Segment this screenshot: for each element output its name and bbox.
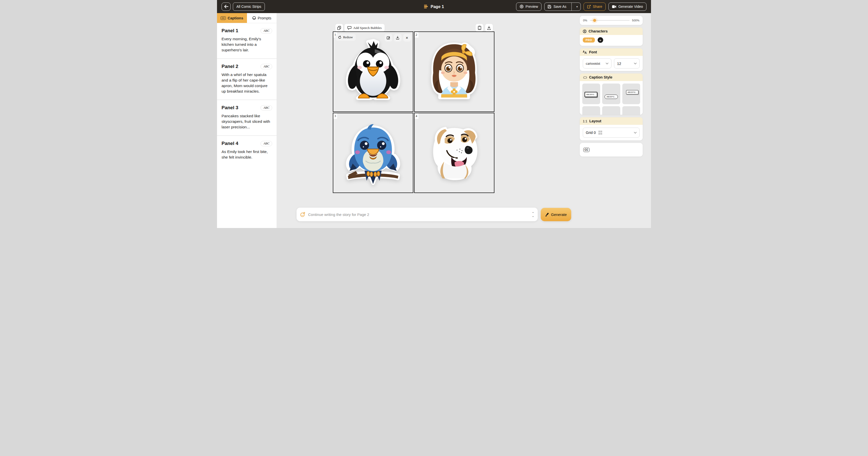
comic-panel-1[interactable]: 1 Redraw bbox=[333, 31, 413, 112]
share-button[interactable]: Share bbox=[584, 2, 606, 11]
chevron-down-icon bbox=[634, 132, 637, 134]
caption-style-title: Caption Style bbox=[589, 75, 613, 79]
chevron-down-icon[interactable]: ⌄ bbox=[532, 215, 534, 217]
caption-item-text[interactable]: Pancakes stacked like skyscrapers, fruit… bbox=[221, 113, 272, 130]
layout-title: Layout bbox=[589, 119, 601, 123]
bluebird-sticker[interactable] bbox=[341, 116, 405, 189]
panel-number: 4 bbox=[414, 113, 418, 119]
all-comic-strips-button[interactable]: All Comic Strips bbox=[233, 2, 265, 11]
caption-abc-badge[interactable]: ABC bbox=[260, 28, 272, 33]
girl-sticker[interactable] bbox=[421, 35, 487, 108]
download-panel-button[interactable] bbox=[394, 34, 402, 41]
caption-style-option-3[interactable]: ABCEFG... bbox=[622, 84, 640, 104]
caption-style-option-6[interactable] bbox=[622, 106, 640, 115]
font-aa-icon: A A bbox=[583, 50, 587, 54]
caption-item-text[interactable]: As Emily took her first bite, she felt i… bbox=[221, 149, 272, 160]
preview-label: Preview bbox=[526, 4, 538, 8]
font-family-select[interactable]: cartoonist bbox=[583, 58, 612, 68]
svg-text:A: A bbox=[585, 51, 587, 54]
zoom-min-label: 0% bbox=[583, 19, 587, 22]
zoom-slider-knob[interactable] bbox=[593, 19, 596, 22]
caption-style-sample: ABCEFG... bbox=[604, 95, 618, 99]
captions-sidebar: CC Captions Prompts Panel 1 ABC Every mo… bbox=[217, 13, 277, 228]
prompts-icon bbox=[252, 16, 256, 20]
generate-video-label: Generate Video bbox=[618, 4, 643, 8]
download-page-button[interactable] bbox=[485, 24, 493, 32]
caption-style-sample: ABCEFG... bbox=[585, 92, 597, 97]
all-comic-strips-label: All Comic Strips bbox=[237, 4, 261, 8]
font-size-select[interactable]: 12 bbox=[614, 58, 640, 68]
caption-abc-badge[interactable]: ABC bbox=[260, 141, 272, 146]
comic-grid: 1 Redraw bbox=[333, 31, 494, 193]
grid-layout-select[interactable]: Grid 0 bbox=[583, 128, 640, 138]
tab-prompts[interactable]: Prompts bbox=[247, 13, 277, 23]
sidebar-tabs: CC Captions Prompts bbox=[217, 13, 277, 23]
font-family-value: cartoonist bbox=[586, 61, 600, 66]
topbar-actions: Preview Save As ▾ bbox=[516, 2, 647, 11]
caption-item-2[interactable]: Panel 2 ABC With a whirl of her spatula … bbox=[217, 59, 277, 99]
redraw-button[interactable]: Redraw bbox=[335, 34, 356, 41]
preview-button[interactable]: Preview bbox=[516, 2, 542, 11]
edit-panel-button[interactable] bbox=[385, 34, 392, 41]
chevron-down-icon bbox=[606, 63, 609, 64]
delete-panel-button[interactable]: ✕ bbox=[403, 34, 411, 41]
zoom-max-label: 500% bbox=[632, 19, 640, 22]
prompt-history-stepper: ⌃ ⌄ bbox=[532, 212, 534, 217]
caption-item-text[interactable]: Every morning, Emily's kitchen turned in… bbox=[221, 36, 272, 53]
paintbrush-icon bbox=[545, 213, 549, 217]
tab-prompts-label: Prompts bbox=[258, 16, 271, 20]
generate-button[interactable]: Generate bbox=[541, 208, 571, 221]
captions-toggle-button[interactable]: CC bbox=[583, 148, 590, 152]
add-speech-bubbles-button[interactable]: Add Speech Bubbles bbox=[344, 24, 385, 32]
panel-number: 2 bbox=[414, 32, 418, 37]
comic-panel-2[interactable]: 2 bbox=[414, 31, 495, 112]
caption-style-option-1[interactable]: ABCEFG... bbox=[582, 84, 600, 104]
redraw-refresh-icon bbox=[338, 36, 341, 39]
page-title-group[interactable]: Page 1 bbox=[424, 0, 444, 13]
save-as-caret[interactable]: ▾ bbox=[574, 5, 581, 8]
add-story-icon bbox=[300, 212, 305, 217]
caption-style-header: Caption Style bbox=[580, 73, 643, 81]
add-character-button[interactable]: + bbox=[598, 37, 603, 43]
caption-item-4[interactable]: Panel 4 ABC As Emily took her first bite… bbox=[217, 136, 277, 165]
generate-video-button[interactable]: Generate Video bbox=[609, 2, 647, 11]
story-prompt-bar: ⌃ ⌄ bbox=[297, 207, 538, 221]
zoom-slider[interactable] bbox=[590, 20, 629, 21]
font-size-value: 12 bbox=[617, 61, 621, 66]
caption-style-option-5[interactable] bbox=[602, 106, 620, 115]
caption-style-option-2[interactable]: ABCEFG... bbox=[602, 84, 620, 104]
font-card: A A Font cartoonist 12 bbox=[580, 48, 643, 71]
zoom-card: 0% 500% bbox=[580, 16, 643, 25]
caption-abc-badge[interactable]: ABC bbox=[260, 105, 272, 110]
characters-card: Characters PRO + bbox=[580, 27, 643, 46]
comic-panel-4[interactable]: 4 bbox=[414, 113, 495, 193]
page-menu-icon[interactable] bbox=[424, 4, 428, 9]
back-button[interactable] bbox=[221, 2, 230, 11]
grid-2x2-icon bbox=[598, 131, 602, 135]
tab-captions[interactable]: CC Captions bbox=[217, 13, 247, 23]
font-header: A A Font bbox=[580, 48, 643, 56]
comic-panel-3[interactable]: 3 bbox=[333, 113, 413, 193]
caption-item-3[interactable]: Panel 3 ABC Pancakes stacked like skyscr… bbox=[217, 100, 277, 135]
save-as-main[interactable]: Save As bbox=[545, 4, 569, 8]
characters-body: PRO + bbox=[580, 35, 643, 46]
paste-button[interactable] bbox=[475, 24, 483, 32]
copy-page-button[interactable] bbox=[335, 24, 343, 32]
caption-item-text[interactable]: With a whirl of her spatula and a flip o… bbox=[221, 72, 272, 94]
share-label: Share bbox=[593, 4, 602, 8]
pro-badge[interactable]: PRO bbox=[583, 37, 595, 42]
save-as-split-button[interactable]: Save As ▾ bbox=[544, 2, 581, 11]
captions-cc-icon: CC bbox=[220, 17, 226, 20]
chevron-up-icon[interactable]: ⌃ bbox=[532, 212, 534, 215]
penguin-sticker[interactable] bbox=[339, 37, 407, 106]
caption-item-1[interactable]: Panel 1 ABC Every morning, Emily's kitch… bbox=[217, 23, 277, 58]
caption-style-option-4[interactable] bbox=[582, 106, 600, 115]
burst-bubble-icon bbox=[583, 76, 587, 79]
dog-sticker[interactable] bbox=[423, 117, 486, 188]
caption-style-grid: ABCEFG... ABCEFG... ABCEFG... bbox=[580, 81, 643, 115]
grid-option-value: Grid 0 bbox=[586, 131, 596, 135]
story-prompt-input[interactable] bbox=[308, 213, 529, 217]
caption-abc-badge[interactable]: ABC bbox=[260, 64, 272, 69]
font-body: cartoonist 12 bbox=[580, 56, 643, 71]
caption-style-sample: ABCEFG... bbox=[626, 90, 639, 94]
